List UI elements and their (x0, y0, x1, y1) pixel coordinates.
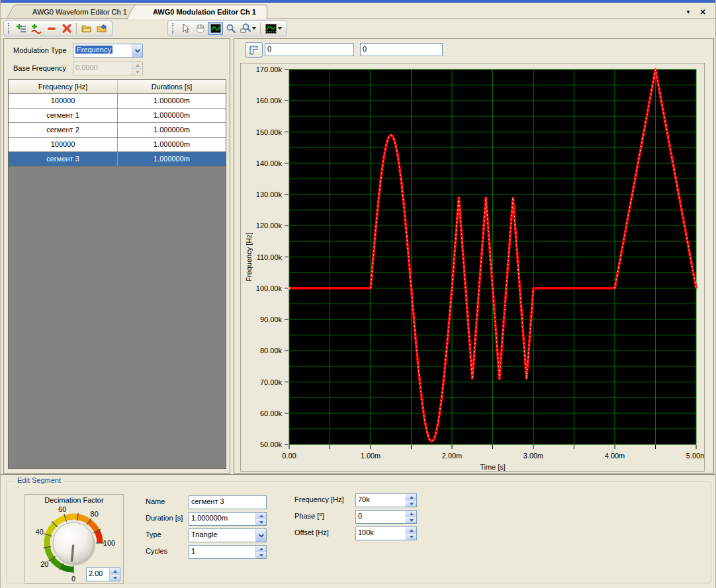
field-value: 1 (189, 546, 255, 558)
y-tick-label: 60.00k (260, 409, 283, 417)
toolbar-separator (260, 23, 261, 34)
column-header-durations[interactable]: Durations [s] (117, 80, 226, 93)
field-label: Frequency [Hz] (294, 495, 344, 503)
open-folder-icon (81, 23, 92, 34)
combo-dropdown-button[interactable] (132, 44, 142, 57)
cursor-y-field[interactable]: 0 (360, 43, 443, 56)
spinner-buttons[interactable] (406, 527, 416, 540)
close-icon: × (700, 7, 705, 17)
phase-field[interactable]: 0 (355, 510, 417, 524)
measure-button[interactable] (245, 42, 263, 58)
chevron-down-icon (134, 49, 141, 53)
base-frequency-field: 0.0000 (73, 62, 143, 75)
segment-table-header[interactable]: Frequency [Hz] Durations [s] (9, 80, 226, 94)
table-cell[interactable]: 1.000000m (117, 108, 226, 122)
toolbar-separator (76, 23, 77, 34)
knob-arc-segment (62, 567, 73, 569)
chevron-down-icon: ▾ (687, 9, 690, 15)
cursor-x-field[interactable]: 0 (265, 43, 354, 56)
table-cell[interactable]: сегмент 1 (9, 108, 117, 122)
spin-down-icon (410, 503, 414, 505)
table-cell[interactable]: 1.000000m (117, 152, 226, 166)
spin-up-icon (113, 570, 117, 573)
field-value: 70k (356, 494, 406, 507)
zoom-in-button[interactable] (223, 22, 238, 35)
awg-modulation-editor-window: AWG0 Waveform Editor Ch 1 AWG0 Modulatio… (0, 0, 716, 588)
fit-waveform-button[interactable] (208, 22, 223, 35)
table-cell[interactable]: 100000 (9, 138, 117, 151)
y-tick-label: 120.00k (256, 222, 283, 230)
save-file-button[interactable] (94, 22, 109, 35)
remove-segment-button[interactable] (44, 22, 59, 35)
column-header-frequency[interactable]: Frequency [Hz] (9, 80, 117, 93)
spinner-buttons[interactable] (406, 494, 416, 507)
field-label: Phase [°] (294, 512, 324, 520)
table-cell[interactable]: 1.000000m (117, 138, 226, 151)
decimation-spinner[interactable] (109, 568, 120, 581)
table-cell[interactable]: сегмент 2 (9, 123, 117, 137)
segment-table: Frequency [Hz] Durations [s] 1000001.000… (8, 79, 226, 469)
spinner-buttons[interactable] (255, 546, 266, 558)
knob-scale-label: 100 (103, 539, 115, 547)
tab-modulation-editor[interactable]: AWG0 Modulation Editor Ch 1 (136, 5, 267, 19)
y-tick-label: 170.00k (256, 65, 283, 73)
spinner-buttons[interactable] (255, 513, 266, 525)
name-field[interactable]: сегмент 3 (189, 495, 267, 509)
knob-pointer (71, 546, 73, 561)
cursor-x-value: 0 (265, 44, 353, 56)
waveform-display-icon (210, 24, 221, 33)
waveform-plot[interactable]: 170.00k160.00k150.00k140.00k130.00k120.0… (241, 63, 704, 471)
tab-list-chevron-button[interactable]: ▾ (682, 7, 694, 18)
table-row[interactable]: 1000001.000000m (9, 94, 226, 108)
add-waveform-button[interactable] (28, 22, 44, 35)
spin-down-icon (259, 521, 263, 524)
combo-dropdown-button[interactable] (255, 529, 266, 542)
spin-up-icon (259, 548, 263, 550)
select-cursor-button[interactable] (177, 22, 193, 35)
y-tick-label: 140.00k (256, 159, 283, 167)
spinner-buttons[interactable] (406, 511, 416, 523)
offset-hz-field[interactable]: 100k (355, 526, 417, 540)
table-row[interactable]: сегмент 11.000000m (9, 108, 226, 123)
display-options-button[interactable] (263, 22, 284, 35)
modulation-type-combobox[interactable]: Frequency (73, 44, 143, 58)
table-row[interactable]: 1000001.000000m (9, 138, 226, 152)
knob-arc-segment (52, 559, 62, 567)
frequency-hz-field[interactable]: 70k (355, 493, 417, 507)
type-field[interactable]: Triangle (189, 528, 267, 542)
table-cell[interactable]: 100000 (9, 94, 117, 108)
delete-all-button[interactable] (59, 22, 74, 35)
modulation-type-label: Modulation Type (13, 46, 67, 54)
table-row[interactable]: сегмент 31.000000m (9, 152, 226, 167)
duration-s-field[interactable]: 1.000000m (189, 512, 267, 526)
table-cell[interactable]: 1.000000m (117, 123, 226, 137)
table-cell[interactable]: 1.000000m (117, 94, 226, 108)
frequency-chart: 170.00k160.00k150.00k140.00k130.00k120.0… (240, 63, 705, 472)
tab-waveform-editor[interactable]: AWG0 Waveform Editor Ch 1 (15, 5, 138, 19)
open-file-button[interactable] (79, 22, 94, 35)
pan-hand-button[interactable] (193, 22, 208, 35)
toolbar-drag-handle[interactable] (172, 23, 174, 34)
decimation-factor-panel: Decimation Factor 020406080100 2.00 (24, 494, 124, 584)
spin-up-icon (410, 513, 414, 515)
field-value: 0 (356, 511, 406, 523)
spin-up-icon (410, 496, 414, 499)
knob-arc-segment (47, 535, 48, 548)
toolbar-drag-handle[interactable] (8, 23, 10, 34)
chart-view-toolbar (167, 21, 287, 36)
remove-icon (46, 23, 57, 34)
spin-down-icon (410, 536, 414, 538)
base-frequency-label: Base Frequency (13, 64, 66, 72)
waveform-start-marker (288, 287, 290, 289)
field-value: сегмент 3 (189, 496, 266, 509)
toolbar-row (1, 19, 716, 38)
close-tab-button[interactable]: × (697, 7, 709, 18)
zoom-box-button[interactable] (238, 22, 258, 35)
cycles-field[interactable]: 1 (189, 545, 267, 559)
decimation-value-field[interactable]: 2.00 (86, 567, 120, 581)
knob-body[interactable] (53, 523, 94, 564)
table-row[interactable]: сегмент 21.000000m (9, 123, 226, 138)
table-cell[interactable]: сегмент 3 (9, 152, 117, 166)
add-segment-button[interactable] (13, 22, 28, 35)
x-tick-label: 4.00m (605, 452, 625, 460)
